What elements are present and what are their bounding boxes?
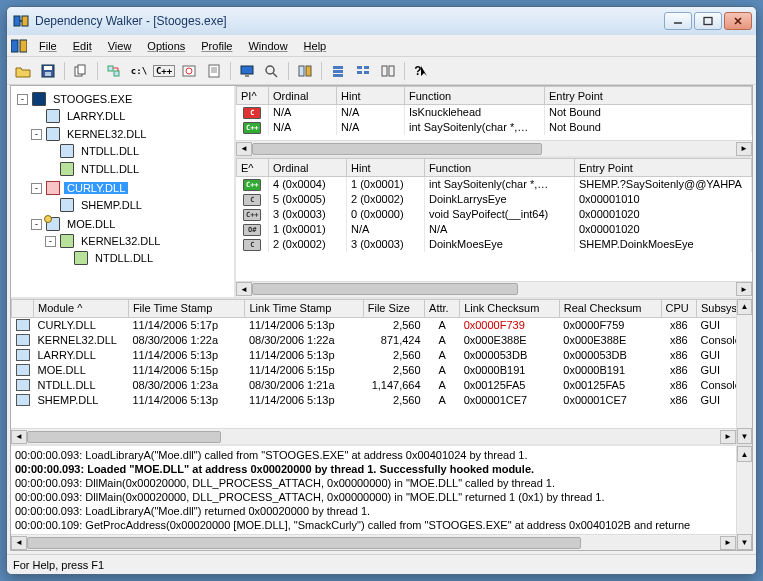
col-linktimestamp[interactable]: Link Time Stamp [245,299,363,317]
tool-find[interactable] [260,60,284,82]
tool-next[interactable] [351,60,375,82]
tool-save[interactable] [36,60,60,82]
log-line: 00:00:00.093: DllMain(0x00020000, DLL_PR… [15,490,734,504]
tool-open[interactable] [11,60,35,82]
svg-rect-28 [389,66,394,76]
tree-collapse-icon[interactable]: - [31,129,42,140]
col-hint[interactable]: Hint [347,159,425,177]
module-row[interactable]: LARRY.DLL11/14/2006 5:13p11/14/2006 5:13… [12,347,752,362]
svg-rect-7 [45,72,51,76]
vscrollbar[interactable]: ▲▼ [736,446,752,550]
export-row[interactable]: C++3 (0x0003)0 (0x0000)void SayPoifect(_… [237,207,752,222]
tree-node-shemp[interactable]: SHEMP.DLL [78,199,145,211]
tree-collapse-icon[interactable]: - [45,236,56,247]
module-icon [16,319,30,331]
import-row[interactable]: CN/AN/AIsKnuckleheadNot Bound [237,105,752,120]
tree-node-ntdll-dup[interactable]: NTDLL.DLL [78,163,142,175]
tree-node-kernel32-dup[interactable]: KERNEL32.DLL [78,235,164,247]
maximize-button[interactable] [694,12,722,30]
menu-window[interactable]: Window [240,38,295,54]
tree-collapse-icon[interactable]: - [31,183,42,194]
app-window: Dependency Walker - [Stooges.exe] File E… [6,6,757,575]
tree-node-larry[interactable]: LARRY.DLL [64,110,128,122]
col-hint[interactable]: Hint [337,87,405,105]
col-cpu[interactable]: CPU [661,299,697,317]
hscrollbar[interactable]: ◄► [11,534,736,550]
module-row[interactable]: SHEMP.DLL11/14/2006 5:13p11/14/2006 5:13… [12,392,752,407]
tree-node-ntdll[interactable]: NTDLL.DLL [78,145,142,157]
col-function[interactable]: Function [405,87,545,105]
export-row[interactable]: C++4 (0x0004)1 (0x0001)int SaySoitenly(c… [237,177,752,192]
tree-node-stooges[interactable]: STOOGES.EXE [50,93,135,105]
col-ordinal[interactable]: Ordinal [269,87,337,105]
col-icon[interactable] [12,299,34,317]
col-filesize[interactable]: File Size [363,299,424,317]
col-e[interactable]: E^ [237,159,269,177]
hscrollbar[interactable]: ◄► [236,140,752,156]
tree-collapse-icon[interactable]: - [31,219,42,230]
hscrollbar[interactable]: ◄► [236,281,752,297]
imports-grid[interactable]: PI^ Ordinal Hint Function Entry Point CN… [236,86,752,158]
svg-rect-22 [333,74,343,77]
col-entrypoint[interactable]: Entry Point [545,87,752,105]
module-icon [16,349,30,361]
statusbar: For Help, press F1 [7,554,756,574]
menu-view[interactable]: View [100,38,140,54]
tool-properties[interactable] [202,60,226,82]
tool-undecorate[interactable]: C++ [152,60,176,82]
tool-clear[interactable] [376,60,400,82]
col-linkchecksum[interactable]: Link Checksum [460,299,560,317]
close-button[interactable] [724,12,752,30]
svg-rect-3 [11,40,18,52]
export-row[interactable]: C2 (0x0002)3 (0x0003)DoinkMoesEyeSHEMP.D… [237,237,752,252]
col-realchecksum[interactable]: Real Checksum [559,299,661,317]
col-module[interactable]: Module ^ [34,299,129,317]
tool-help[interactable]: ? [409,60,433,82]
svg-rect-14 [209,65,219,77]
col-ordinal[interactable]: Ordinal [269,159,347,177]
module-row[interactable]: MOE.DLL11/14/2006 5:15p11/14/2006 5:15p2… [12,362,752,377]
col-pi[interactable]: PI^ [237,87,269,105]
tree-node-ntdll-dup2[interactable]: NTDLL.DLL [92,252,156,264]
tree-node-kernel32[interactable]: KERNEL32.DLL [64,128,150,140]
minimize-button[interactable] [664,12,692,30]
menu-profile[interactable]: Profile [193,38,240,54]
col-entrypoint[interactable]: Entry Point [575,159,752,177]
col-function[interactable]: Function [425,159,575,177]
export-row[interactable]: O#1 (0x0001)N/AN/A0x00001020 [237,222,752,237]
module-row[interactable]: NTDLL.DLL08/30/2006 1:23a08/30/2006 1:21… [12,377,752,392]
tool-sysinfo[interactable] [235,60,259,82]
modules-grid[interactable]: Module ^ File Time Stamp Link Time Stamp… [11,299,752,447]
menu-help[interactable]: Help [296,38,335,54]
module-row[interactable]: KERNEL32.DLL08/30/2006 1:22a08/30/2006 1… [12,332,752,347]
menu-edit[interactable]: Edit [65,38,100,54]
module-row[interactable]: CURLY.DLL11/14/2006 5:17p11/14/2006 5:13… [12,317,752,332]
menu-options[interactable]: Options [139,38,193,54]
dll-dup-icon [60,162,74,176]
vscrollbar[interactable]: ▲▼ [736,299,752,445]
tree-node-curly[interactable]: CURLY.DLL [64,182,128,194]
menu-file[interactable]: File [31,38,65,54]
tool-prev[interactable] [326,60,350,82]
import-row[interactable]: C++N/AN/Aint SaySoitenly(char *,…Not Bou… [237,120,752,135]
hscrollbar[interactable]: ◄► [11,428,736,444]
export-row[interactable]: C5 (0x0005)2 (0x0002)DoinkLarrysEye0x000… [237,192,752,207]
svg-rect-11 [114,71,119,76]
svg-rect-9 [78,65,85,74]
tool-fullpaths[interactable]: c:\ [127,60,151,82]
dll-icon [60,144,74,158]
mdi-icon[interactable] [11,38,27,54]
exports-grid[interactable]: E^ Ordinal Hint Function Entry Point C++… [236,158,752,297]
tool-configure[interactable] [293,60,317,82]
tool-autoexpand[interactable] [102,60,126,82]
col-attr[interactable]: Attr. [425,299,460,317]
tool-viewer[interactable] [177,60,201,82]
log-pane[interactable]: 00:00:00.093: LoadLibraryA("Moe.dll") ca… [11,446,752,550]
tree-node-moe[interactable]: MOE.DLL [64,218,118,230]
svg-point-17 [266,66,274,74]
titlebar[interactable]: Dependency Walker - [Stooges.exe] [7,7,756,35]
tool-copy[interactable] [69,60,93,82]
module-tree[interactable]: -STOOGES.EXE LARRY.DLL -KERNEL32.DLL NTD… [11,86,236,297]
tree-collapse-icon[interactable]: - [17,94,28,105]
col-filetimestamp[interactable]: File Time Stamp [128,299,245,317]
